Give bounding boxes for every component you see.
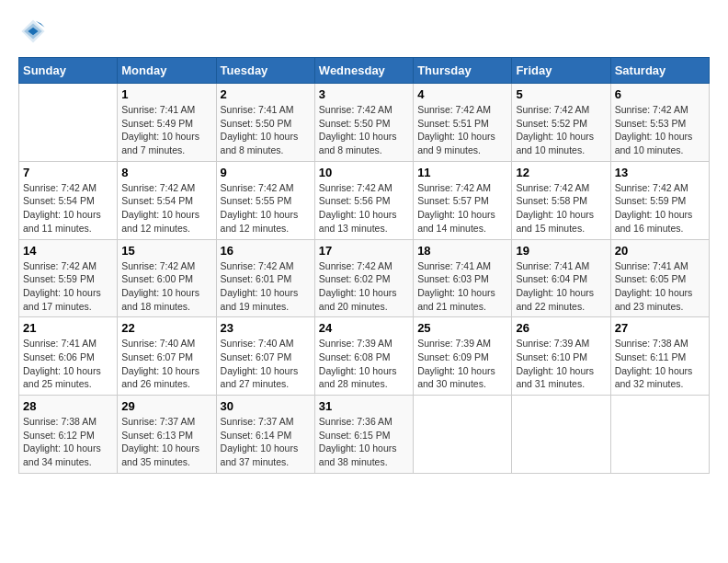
weekday-header: Wednesday bbox=[314, 58, 413, 84]
calendar-cell: 3Sunrise: 7:42 AM Sunset: 5:50 PM Daylig… bbox=[314, 84, 413, 162]
day-info: Sunrise: 7:42 AM Sunset: 5:56 PM Dayligh… bbox=[319, 181, 409, 236]
day-number: 28 bbox=[23, 399, 113, 413]
day-info: Sunrise: 7:42 AM Sunset: 5:54 PM Dayligh… bbox=[23, 181, 113, 236]
calendar-table: SundayMondayTuesdayWednesdayThursdayFrid… bbox=[18, 57, 710, 474]
calendar-cell: 14Sunrise: 7:42 AM Sunset: 5:59 PM Dayli… bbox=[19, 239, 118, 317]
day-number: 2 bbox=[221, 87, 311, 101]
calendar-cell: 26Sunrise: 7:39 AM Sunset: 6:10 PM Dayli… bbox=[512, 317, 610, 396]
day-number: 10 bbox=[319, 166, 409, 179]
calendar-cell: 2Sunrise: 7:41 AM Sunset: 5:50 PM Daylig… bbox=[216, 84, 314, 162]
day-info: Sunrise: 7:37 AM Sunset: 6:14 PM Dayligh… bbox=[221, 415, 311, 469]
day-number: 20 bbox=[615, 244, 705, 258]
day-info: Sunrise: 7:42 AM Sunset: 5:59 PM Dayligh… bbox=[23, 259, 113, 314]
day-number: 31 bbox=[319, 399, 409, 413]
day-info: Sunrise: 7:42 AM Sunset: 6:01 PM Dayligh… bbox=[221, 259, 311, 314]
day-number: 16 bbox=[221, 244, 311, 258]
calendar-cell: 18Sunrise: 7:41 AM Sunset: 6:03 PM Dayli… bbox=[414, 239, 512, 317]
day-number: 29 bbox=[121, 399, 211, 413]
calendar-cell bbox=[19, 84, 118, 162]
day-number: 26 bbox=[516, 321, 606, 335]
day-number: 21 bbox=[23, 321, 113, 335]
calendar-cell: 5Sunrise: 7:42 AM Sunset: 5:52 PM Daylig… bbox=[512, 84, 610, 162]
calendar-week-row: 21Sunrise: 7:41 AM Sunset: 6:06 PM Dayli… bbox=[19, 317, 710, 396]
calendar-cell: 23Sunrise: 7:40 AM Sunset: 6:07 PM Dayli… bbox=[216, 317, 314, 396]
calendar-week-row: 14Sunrise: 7:42 AM Sunset: 5:59 PM Dayli… bbox=[19, 239, 710, 317]
calendar-cell: 30Sunrise: 7:37 AM Sunset: 6:14 PM Dayli… bbox=[216, 396, 314, 474]
calendar-cell: 15Sunrise: 7:42 AM Sunset: 6:00 PM Dayli… bbox=[118, 239, 216, 317]
calendar-cell: 24Sunrise: 7:39 AM Sunset: 6:08 PM Dayli… bbox=[314, 317, 413, 396]
day-info: Sunrise: 7:40 AM Sunset: 6:07 PM Dayligh… bbox=[121, 337, 211, 391]
calendar-cell: 10Sunrise: 7:42 AM Sunset: 5:56 PM Dayli… bbox=[314, 161, 413, 239]
day-info: Sunrise: 7:39 AM Sunset: 6:09 PM Dayligh… bbox=[417, 337, 507, 391]
logo-icon bbox=[20, 18, 46, 44]
day-number: 14 bbox=[23, 244, 113, 258]
day-info: Sunrise: 7:37 AM Sunset: 6:13 PM Dayligh… bbox=[121, 415, 211, 469]
day-number: 13 bbox=[615, 166, 705, 179]
day-info: Sunrise: 7:42 AM Sunset: 5:53 PM Dayligh… bbox=[615, 103, 705, 157]
day-info: Sunrise: 7:42 AM Sunset: 5:58 PM Dayligh… bbox=[516, 181, 606, 236]
calendar-cell: 29Sunrise: 7:37 AM Sunset: 6:13 PM Dayli… bbox=[118, 396, 216, 474]
day-number: 4 bbox=[417, 87, 507, 101]
day-number: 5 bbox=[516, 87, 606, 101]
day-number: 12 bbox=[516, 166, 606, 179]
day-number: 18 bbox=[417, 244, 507, 258]
page-header bbox=[18, 18, 710, 48]
calendar-week-row: 28Sunrise: 7:38 AM Sunset: 6:12 PM Dayli… bbox=[19, 396, 710, 474]
calendar-cell: 7Sunrise: 7:42 AM Sunset: 5:54 PM Daylig… bbox=[19, 161, 118, 239]
day-info: Sunrise: 7:41 AM Sunset: 6:04 PM Dayligh… bbox=[516, 259, 606, 314]
calendar-cell: 17Sunrise: 7:42 AM Sunset: 6:02 PM Dayli… bbox=[314, 239, 413, 317]
calendar-cell: 20Sunrise: 7:41 AM Sunset: 6:05 PM Dayli… bbox=[610, 239, 709, 317]
weekday-header: Thursday bbox=[414, 58, 512, 84]
day-number: 30 bbox=[221, 399, 311, 413]
calendar-cell: 27Sunrise: 7:38 AM Sunset: 6:11 PM Dayli… bbox=[610, 317, 709, 396]
day-info: Sunrise: 7:42 AM Sunset: 5:59 PM Dayligh… bbox=[615, 181, 705, 236]
calendar-week-row: 7Sunrise: 7:42 AM Sunset: 5:54 PM Daylig… bbox=[19, 161, 710, 239]
day-info: Sunrise: 7:38 AM Sunset: 6:11 PM Dayligh… bbox=[615, 337, 705, 391]
day-number: 8 bbox=[121, 166, 211, 179]
day-info: Sunrise: 7:42 AM Sunset: 5:52 PM Dayligh… bbox=[516, 103, 606, 157]
day-number: 22 bbox=[121, 321, 211, 335]
weekday-row: SundayMondayTuesdayWednesdayThursdayFrid… bbox=[19, 58, 710, 84]
day-number: 23 bbox=[221, 321, 311, 335]
calendar-body: 1Sunrise: 7:41 AM Sunset: 5:49 PM Daylig… bbox=[19, 84, 710, 474]
day-info: Sunrise: 7:38 AM Sunset: 6:12 PM Dayligh… bbox=[23, 415, 113, 469]
day-number: 11 bbox=[417, 166, 507, 179]
day-number: 1 bbox=[121, 87, 211, 101]
day-info: Sunrise: 7:42 AM Sunset: 5:57 PM Dayligh… bbox=[417, 181, 507, 236]
day-info: Sunrise: 7:42 AM Sunset: 5:50 PM Dayligh… bbox=[319, 103, 409, 157]
calendar-cell: 22Sunrise: 7:40 AM Sunset: 6:07 PM Dayli… bbox=[118, 317, 216, 396]
day-number: 15 bbox=[121, 244, 211, 258]
day-info: Sunrise: 7:41 AM Sunset: 5:49 PM Dayligh… bbox=[121, 103, 211, 157]
day-info: Sunrise: 7:41 AM Sunset: 5:50 PM Dayligh… bbox=[221, 103, 311, 157]
day-info: Sunrise: 7:42 AM Sunset: 5:55 PM Dayligh… bbox=[221, 181, 311, 236]
calendar-week-row: 1Sunrise: 7:41 AM Sunset: 5:49 PM Daylig… bbox=[19, 84, 710, 162]
day-number: 3 bbox=[319, 87, 409, 101]
calendar-cell: 8Sunrise: 7:42 AM Sunset: 5:54 PM Daylig… bbox=[118, 161, 216, 239]
day-number: 25 bbox=[417, 321, 507, 335]
calendar-cell: 6Sunrise: 7:42 AM Sunset: 5:53 PM Daylig… bbox=[610, 84, 709, 162]
calendar-cell: 4Sunrise: 7:42 AM Sunset: 5:51 PM Daylig… bbox=[414, 84, 512, 162]
day-info: Sunrise: 7:41 AM Sunset: 6:05 PM Dayligh… bbox=[615, 259, 705, 314]
day-number: 6 bbox=[615, 87, 705, 101]
day-number: 19 bbox=[516, 244, 606, 258]
day-info: Sunrise: 7:42 AM Sunset: 6:00 PM Dayligh… bbox=[121, 259, 211, 314]
weekday-header: Monday bbox=[118, 58, 216, 84]
day-info: Sunrise: 7:36 AM Sunset: 6:15 PM Dayligh… bbox=[319, 415, 409, 469]
calendar-cell: 13Sunrise: 7:42 AM Sunset: 5:59 PM Dayli… bbox=[610, 161, 709, 239]
day-number: 27 bbox=[615, 321, 705, 335]
calendar-cell: 19Sunrise: 7:41 AM Sunset: 6:04 PM Dayli… bbox=[512, 239, 610, 317]
day-info: Sunrise: 7:41 AM Sunset: 6:06 PM Dayligh… bbox=[23, 337, 113, 391]
calendar-cell bbox=[610, 396, 709, 474]
day-info: Sunrise: 7:40 AM Sunset: 6:07 PM Dayligh… bbox=[221, 337, 311, 391]
day-info: Sunrise: 7:41 AM Sunset: 6:03 PM Dayligh… bbox=[417, 259, 507, 314]
day-number: 7 bbox=[23, 166, 113, 179]
weekday-header: Saturday bbox=[610, 58, 709, 84]
calendar-cell: 11Sunrise: 7:42 AM Sunset: 5:57 PM Dayli… bbox=[414, 161, 512, 239]
day-number: 24 bbox=[319, 321, 409, 335]
calendar-cell: 12Sunrise: 7:42 AM Sunset: 5:58 PM Dayli… bbox=[512, 161, 610, 239]
day-info: Sunrise: 7:39 AM Sunset: 6:08 PM Dayligh… bbox=[319, 337, 409, 391]
calendar-cell: 1Sunrise: 7:41 AM Sunset: 5:49 PM Daylig… bbox=[118, 84, 216, 162]
day-info: Sunrise: 7:39 AM Sunset: 6:10 PM Dayligh… bbox=[516, 337, 606, 391]
calendar-cell: 28Sunrise: 7:38 AM Sunset: 6:12 PM Dayli… bbox=[19, 396, 118, 474]
weekday-header: Tuesday bbox=[216, 58, 314, 84]
